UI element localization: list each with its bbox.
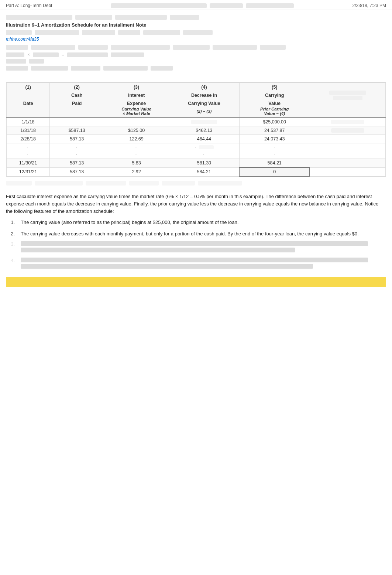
col3-num: (3) [104,83,169,91]
col5-label: Carrying [239,90,310,101]
col1-label [7,90,50,101]
list-item-3-blurred: 3. [6,241,386,254]
col1-num: (1) [7,83,50,91]
table-header-row-2: Cash Interest Decrease in Carrying [7,90,386,101]
date-cell: 1/31/18 [7,126,50,135]
extra-dots [310,143,385,151]
col2-formula [50,106,104,118]
decrease-cell [169,118,240,126]
table-row: 2/28/18 587.13 122.69 464.44 24,073.43 [7,135,386,143]
carrying-cell: 24,073.43 [239,135,310,143]
numbered-list: 1. The carrying value (also referred to … [0,219,392,270]
col4-cv: Carrying Value [169,101,240,106]
extra-cell [310,135,385,143]
col3-expense: Expense [104,101,169,106]
list-item-4-blurred: 4. [6,258,386,270]
interest-cell: 2.92 [104,167,169,176]
list-num-1: 1. [6,219,21,226]
date-cell: 1/1/18 [7,118,50,126]
cash-cell: $587.13 [50,126,104,135]
list-item-2: 2. The carrying value decreases with eac… [6,230,386,238]
col1-formula [7,106,50,118]
carrying-dots2: · [239,151,310,159]
col2-label: Cash [50,90,104,101]
link-line[interactable]: mhhe.com/4fa35 [6,37,386,42]
decrease-cell: 581.30 [169,159,240,168]
table-row: 11/30/21 587.13 5.83 581.30 584.21 [7,159,386,168]
cash-cell: 587.13 [50,159,104,168]
cash-dots2: · [50,151,104,159]
page-header: Part A: Long-Term Debt 2/23/18, 7:23 PM [0,0,392,10]
col5-value: Value [239,101,310,106]
header-right: 2/23/18, 7:23 PM [353,3,386,8]
interest-cell: 122.69 [104,135,169,143]
date-dots2: · [7,151,50,159]
col2-paid: Paid [50,101,104,106]
col5-num: (5) [239,83,310,91]
list-item-1: 1. The carrying value (also referred to … [6,219,386,226]
col1-date: Date [7,101,50,106]
carrying-cell: 584.21 [239,159,310,168]
header-left: Part A: Long-Term Debt [6,3,52,8]
body-text: First calculate interest expense as the … [0,188,392,215]
decrease-cell: 584.21 [169,167,240,176]
date-dots: · [7,143,50,151]
interest-dots2: · [104,151,169,159]
carrying-cell: 0 [239,167,310,176]
col4-num: (4) [169,83,240,91]
illustration-title: Illustration 9–1 Amortization Schedule f… [6,22,386,28]
col4-label: Decrease in [169,90,240,101]
cash-cell: 587.13 [50,135,104,143]
extra-dots2 [310,151,385,159]
col2-num: (2) [50,83,104,91]
col5-formula: Prior CarryingValue – (4) [239,106,310,118]
cash-cell [50,118,104,126]
list-text-1: The carrying value (also referred to as … [21,219,386,226]
list-text-2: The carrying value decreases with each m… [21,230,386,238]
cash-dots: · [50,143,104,151]
carrying-dots: · [239,143,310,151]
col3-label: Interest [104,90,169,101]
extra-cell [310,159,385,168]
decrease-cell: 464.44 [169,135,240,143]
table-header-row-3: Date Paid Expense Carrying Value Value [7,101,386,106]
interest-cell: 5.83 [104,159,169,168]
col-extra3 [310,106,385,118]
date-cell: 2/28/18 [7,135,50,143]
carrying-cell: 24,537.87 [239,126,310,135]
interest-cell: $125.00 [104,126,169,135]
col4-formula: (2) – (3) [169,106,240,118]
table-header-row-1: (1) (2) (3) (4) (5) [7,83,386,91]
decrease-dots2: · [169,151,240,159]
table-row-dots: · · · · · [7,143,386,151]
extra-cell [310,167,385,176]
body-paragraph: First calculate interest expense as the … [6,193,386,215]
list-num-2: 2. [6,230,21,238]
date-cell: 11/30/21 [7,159,50,168]
col-extra2 [310,101,385,106]
date-cell: 12/31/21 [7,167,50,176]
col-extra-label [310,90,385,101]
top-section: Illustration 9–1 Amortization Schedule f… [0,10,392,75]
col3-formula: Carrying Value× Market Rate [104,106,169,118]
table-row: 12/31/21 587.13 2.92 584.21 0 [7,167,386,176]
carrying-cell: $25,000.00 [239,118,310,126]
interest-dots: · [104,143,169,151]
extra-cell [310,118,385,126]
decrease-cell: $462.13 [169,126,240,135]
decrease-dots: · [169,143,240,151]
col-extra [310,83,385,91]
table-row: 1/1/18 $25,000.00 [7,118,386,126]
interest-cell [104,118,169,126]
table-header-row-4: Carrying Value× Market Rate (2) – (3) Pr… [7,106,386,118]
cash-cell: 587.13 [50,167,104,176]
table-row: 1/31/18 $587.13 $125.00 $462.13 24,537.8… [7,126,386,135]
extra-cell [310,126,385,135]
table-row-dots: · · · · · [7,151,386,159]
bottom-banner [6,277,386,287]
amortization-table: (1) (2) (3) (4) (5) Cash Interest Decrea… [6,82,386,177]
